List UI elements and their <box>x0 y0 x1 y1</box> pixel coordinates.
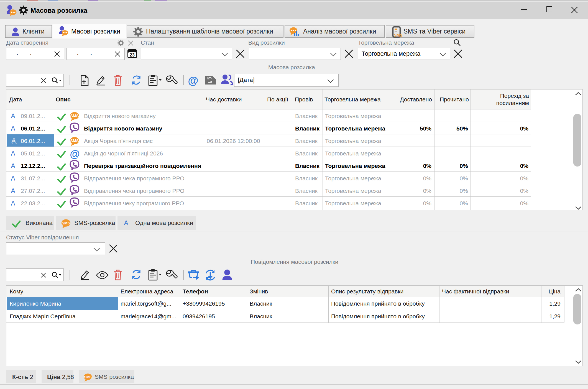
svg-text:A: A <box>12 137 16 145</box>
svg-text:23: 23 <box>130 53 135 57</box>
svg-text:SMS: SMS <box>394 33 402 37</box>
